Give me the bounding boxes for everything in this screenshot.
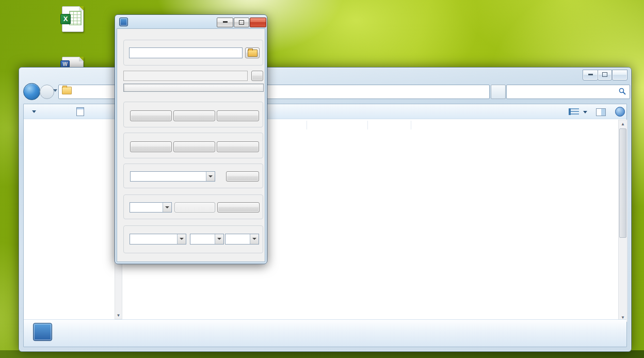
go-button[interactable] xyxy=(251,71,263,81)
views-caret-icon[interactable] xyxy=(583,111,587,113)
folder-icon xyxy=(62,87,72,94)
change-view-button[interactable] xyxy=(569,108,579,117)
flash-read-button[interactable] xyxy=(217,110,259,121)
combo-dropdown-icon[interactable] xyxy=(206,172,215,181)
sinaprog-titlebar[interactable] xyxy=(115,15,267,28)
combo-dropdown-icon[interactable] xyxy=(250,234,259,244)
details-pane xyxy=(24,319,626,347)
open-button[interactable] xyxy=(76,107,86,117)
sinaprog-client xyxy=(117,28,265,262)
fuses-combobox[interactable] xyxy=(130,202,172,213)
device-group xyxy=(123,164,263,188)
nav-history-caret-icon[interactable] xyxy=(53,89,57,92)
maximize-icon xyxy=(602,72,607,77)
explorer-content: ▲ ▼ ▲ ▼ xyxy=(23,104,627,347)
hex-file-input[interactable] xyxy=(129,47,243,58)
preview-pane-icon xyxy=(596,108,606,116)
help-button[interactable] xyxy=(615,107,625,119)
device-search-button[interactable] xyxy=(226,171,259,182)
programmer-combobox[interactable] xyxy=(130,234,186,245)
flash-verify-button[interactable] xyxy=(173,110,215,121)
combo-dropdown-icon[interactable] xyxy=(215,234,223,244)
organize-caret-icon xyxy=(32,110,36,113)
sinaprog-minimize-button[interactable] xyxy=(217,18,233,27)
action-status-field xyxy=(123,71,248,81)
eeprom-read-button[interactable] xyxy=(217,141,259,152)
maximize-icon xyxy=(239,20,244,25)
sinaprog-maximize-button[interactable] xyxy=(234,18,249,27)
hex-file-group xyxy=(123,40,263,66)
window-close-button[interactable] xyxy=(612,70,627,80)
search-input[interactable] xyxy=(506,85,630,99)
scroll-up-icon[interactable]: ▲ xyxy=(619,122,627,126)
column-separator[interactable] xyxy=(307,121,307,129)
open-folder-icon xyxy=(248,50,257,57)
open-file-icon xyxy=(76,107,84,116)
forward-button[interactable] xyxy=(40,85,54,99)
excel-x-logo: X xyxy=(60,14,71,24)
window-minimize-button[interactable] xyxy=(583,70,598,80)
flash-group xyxy=(123,102,263,127)
minimize-icon xyxy=(223,21,228,23)
device-combobox[interactable] xyxy=(130,171,215,182)
breadcrumb-separator-icon xyxy=(80,89,86,94)
programmer-group xyxy=(123,225,263,253)
eeprom-verify-button[interactable] xyxy=(173,141,215,152)
organize-menu-button[interactable] xyxy=(32,107,36,116)
views-icon xyxy=(569,108,579,115)
sinaprog-app-icon xyxy=(119,18,128,26)
column-separator[interactable] xyxy=(367,121,368,129)
breadcrumb-separator-icon xyxy=(74,89,80,94)
fuses-program-button[interactable] xyxy=(174,202,215,213)
refresh-button[interactable] xyxy=(491,85,506,99)
sinaprog-close-button[interactable] xyxy=(250,18,266,27)
combo-dropdown-icon[interactable] xyxy=(177,234,186,244)
browse-button[interactable] xyxy=(245,47,260,58)
eeprom-group xyxy=(123,133,263,158)
sinaprog-logo xyxy=(33,323,52,341)
excel-file-icon: X xyxy=(62,6,84,32)
flash-program-button[interactable] xyxy=(130,110,172,121)
excel-grid-decoration xyxy=(69,11,82,25)
combo-dropdown-icon[interactable] xyxy=(163,203,171,212)
interface-combobox[interactable] xyxy=(190,234,224,245)
desktop: X W xyxy=(0,0,644,358)
column-separator[interactable] xyxy=(411,121,411,129)
fuses-advanced-button[interactable] xyxy=(217,202,260,213)
back-button[interactable] xyxy=(23,83,40,100)
progress-bar xyxy=(123,84,264,92)
list-scrollbar[interactable]: ▲ ▼ xyxy=(618,120,627,322)
fuses-group xyxy=(123,194,263,219)
desktop-icon-excel[interactable]: X xyxy=(49,6,96,34)
eeprom-program-button[interactable] xyxy=(130,141,172,152)
minimize-icon xyxy=(588,74,593,75)
preview-pane-button[interactable] xyxy=(596,108,606,118)
window-maximize-button[interactable] xyxy=(598,70,612,80)
list-scrollbar-thumb[interactable] xyxy=(619,128,626,238)
search-icon xyxy=(619,88,626,95)
sinaprog-window xyxy=(115,14,267,264)
explorer-window: ▲ ▼ ▲ ▼ xyxy=(19,67,632,352)
speed-combobox[interactable] xyxy=(225,234,259,245)
help-icon xyxy=(615,107,625,117)
